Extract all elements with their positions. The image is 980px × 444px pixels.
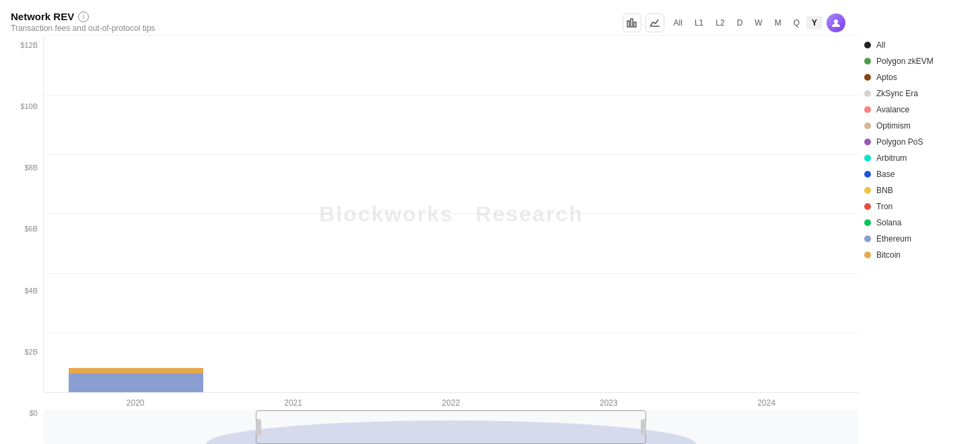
legend-item-all[interactable]: All	[864, 40, 969, 50]
controls-bar: All L1 L2 D W M Q Y	[623, 11, 859, 32]
legend-dot-ethereum	[864, 235, 871, 242]
legend-label-bitcoin: Bitcoin	[876, 250, 901, 260]
legend-label-polygon-zkevm: Polygon zkEVM	[876, 57, 934, 66]
legend-item-polygon-pos[interactable]: Polygon PoS	[864, 137, 969, 147]
legend-label-avalance: Avalance	[876, 105, 909, 114]
minimap[interactable]	[43, 410, 859, 444]
legend-item-solana[interactable]: Solana	[864, 218, 969, 227]
legend-label-base: Base	[876, 170, 895, 179]
chart-header: Network REV i Transaction fees and out-o…	[11, 11, 859, 33]
legend-label-tron: Tron	[876, 202, 893, 211]
svg-rect-1	[631, 19, 633, 27]
x-axis-labels: 2020 2021 2022 2023 2024	[43, 393, 859, 408]
legend-item-polygon-zkevm[interactable]: Polygon zkEVM	[864, 57, 969, 66]
legend-item-bitcoin[interactable]: Bitcoin	[864, 250, 969, 260]
legend-dot-aptos	[864, 74, 871, 81]
legend-item-optimism[interactable]: Optimism	[864, 121, 969, 131]
chart-inner: Blockworks Research	[43, 36, 859, 444]
legend-label-solana: Solana	[876, 218, 901, 227]
x-label-2022: 2022	[384, 398, 518, 408]
x-label-2021: 2021	[226, 398, 361, 408]
legend-item-base[interactable]: Base	[864, 170, 969, 179]
bar-group-2020	[69, 368, 203, 392]
y-label-10b: $10B	[11, 102, 43, 110]
legend-dot-base	[864, 171, 871, 178]
stacked-bar-2020	[69, 368, 203, 392]
filter-q[interactable]: Q	[788, 16, 805, 30]
legend-label-ethereum: Ethereum	[876, 234, 911, 244]
handle-left[interactable]	[256, 419, 261, 435]
legend-dot-tron	[864, 203, 871, 210]
filter-d[interactable]: D	[732, 16, 748, 30]
legend-label-zksync: ZkSync Era	[876, 89, 918, 98]
bars-area: Blockworks Research	[43, 36, 859, 393]
filter-l1[interactable]: L1	[689, 16, 709, 30]
legend: All Polygon zkEVM Aptos ZkSync Era Avala…	[859, 0, 980, 444]
legend-dot-optimism	[864, 122, 871, 129]
legend-dot-bitcoin	[864, 252, 871, 258]
filter-y[interactable]: Y	[806, 16, 823, 30]
segment-2020-btc	[69, 368, 203, 373]
y-label-2b: $2B	[11, 348, 43, 356]
legend-label-optimism: Optimism	[876, 121, 911, 131]
legend-dot-bnb	[864, 187, 871, 194]
x-label-2020: 2020	[68, 398, 203, 408]
chart-wrapper: $12B $10B $8B $6B $4B $2B $0	[11, 36, 859, 444]
chart-subtitle: Transaction fees and out-of-protocol tip…	[11, 24, 155, 33]
y-axis: $12B $10B $8B $6B $4B $2B $0	[11, 36, 43, 444]
legend-item-ethereum[interactable]: Ethereum	[864, 234, 969, 244]
legend-dot-polygon-pos	[864, 139, 871, 145]
line-chart-icon[interactable]	[645, 13, 664, 32]
bar-chart-icon[interactable]	[623, 13, 641, 32]
filter-buttons: All L1 L2 D W M Q Y	[668, 16, 823, 30]
handle-right[interactable]	[641, 419, 646, 435]
svg-point-4	[834, 20, 838, 24]
minimap-handle[interactable]	[256, 410, 646, 444]
y-label-8b: $8B	[11, 163, 43, 172]
legend-dot-all	[864, 42, 871, 48]
segment-2020-eth	[69, 373, 203, 392]
legend-dot-zksync	[864, 90, 871, 97]
svg-rect-2	[634, 22, 636, 27]
bars-container	[44, 36, 859, 392]
legend-dot-solana	[864, 219, 871, 226]
legend-dot-polygon-zkevm	[864, 58, 871, 65]
legend-item-zksync[interactable]: ZkSync Era	[864, 89, 969, 98]
legend-item-tron[interactable]: Tron	[864, 202, 969, 211]
legend-item-aptos[interactable]: Aptos	[864, 73, 969, 82]
y-label-6b: $6B	[11, 225, 43, 233]
svg-rect-0	[627, 21, 629, 27]
legend-item-arbitrum[interactable]: Arbitrum	[864, 153, 969, 163]
legend-label-arbitrum: Arbitrum	[876, 153, 907, 163]
y-label-4b: $4B	[11, 287, 43, 295]
legend-label-aptos: Aptos	[876, 73, 897, 82]
legend-label-polygon-pos: Polygon PoS	[876, 137, 923, 147]
filter-m[interactable]: M	[769, 16, 787, 30]
x-label-2023: 2023	[541, 398, 676, 408]
x-label-2024: 2024	[699, 398, 834, 408]
filter-all[interactable]: All	[668, 16, 688, 30]
chart-title: Network REV	[11, 11, 74, 22]
filter-l2[interactable]: L2	[710, 16, 730, 30]
legend-item-bnb[interactable]: BNB	[864, 186, 969, 195]
info-icon[interactable]: i	[78, 11, 89, 22]
filter-w[interactable]: W	[749, 16, 767, 30]
legend-dot-arbitrum	[864, 155, 871, 161]
y-label-0: $0	[11, 409, 43, 417]
legend-label-all: All	[876, 40, 885, 50]
legend-label-bnb: BNB	[876, 186, 893, 195]
user-avatar[interactable]	[827, 13, 845, 32]
legend-dot-avalance	[864, 106, 871, 113]
y-label-12b: $12B	[11, 41, 43, 49]
legend-item-avalance[interactable]: Avalance	[864, 105, 969, 114]
